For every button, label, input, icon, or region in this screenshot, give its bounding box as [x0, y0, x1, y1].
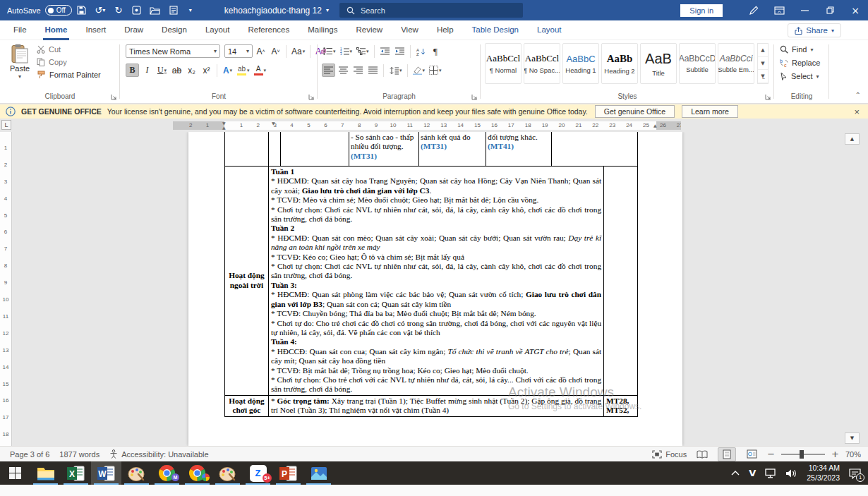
read-mode-button[interactable] — [693, 447, 711, 461]
zoom-out-icon[interactable]: − — [767, 449, 775, 459]
volume-icon[interactable] — [785, 468, 797, 478]
row-content-cell[interactable]: Tuần 1* HĐCMĐ: Quan sát cây hoa Trạng Ng… — [269, 167, 604, 395]
shading-button[interactable]: ▾ — [411, 63, 427, 77]
multilevel-list-button[interactable]: ▾ — [355, 44, 370, 58]
borders-button[interactable]: ▾ — [428, 63, 443, 77]
paste-button[interactable]: Paste ▾ — [4, 44, 35, 89]
cut-button[interactable]: Cut — [37, 45, 101, 54]
tab-file[interactable]: File — [4, 20, 36, 40]
document-title[interactable]: kehoachgiaoduc-thang 12▾ — [224, 6, 329, 16]
tab-stop-selector[interactable]: L — [1, 120, 11, 130]
styles-dialog-launcher[interactable] — [765, 94, 771, 100]
font-family-combo[interactable]: Times New Roma▾ — [126, 44, 220, 58]
touch-mode-icon[interactable] — [128, 3, 145, 18]
superscript-button[interactable]: x² — [200, 63, 213, 77]
undo-icon[interactable]: ↺▾ — [92, 3, 109, 18]
tab-insert[interactable]: Insert — [76, 20, 115, 40]
pen-icon[interactable] — [741, 0, 766, 20]
align-left-button[interactable] — [322, 63, 335, 77]
search-box[interactable]: Search — [339, 3, 523, 18]
taskbar-icon-chrome-gmail[interactable]: M — [152, 461, 182, 485]
message-bar-close-icon[interactable]: × — [854, 107, 860, 117]
taskbar-icon-paint-2[interactable] — [212, 461, 243, 485]
table-cell[interactable] — [269, 132, 281, 166]
tab-layout[interactable]: Layout — [528, 20, 571, 40]
indent-marker-right[interactable]: ▲ — [653, 123, 657, 128]
subscript-button[interactable]: x₂ — [185, 63, 198, 77]
tab-design[interactable]: Design — [152, 20, 196, 40]
copy-button[interactable]: Copy — [37, 58, 101, 66]
italic-button[interactable]: I — [140, 63, 154, 77]
style-subtitle[interactable]: AaBbCcDSubtitle — [679, 43, 716, 84]
find-button[interactable]: Find▾ — [780, 45, 820, 54]
table-cell[interactable] — [552, 132, 638, 166]
web-layout-button[interactable] — [742, 447, 761, 461]
scroll-down-icon[interactable]: ▼ — [845, 433, 860, 444]
start-button[interactable] — [0, 461, 30, 485]
highlight-color-button[interactable]: ab▾ — [236, 63, 251, 77]
row-label-cell[interactable]: Hoạt động ngoài trời — [225, 167, 269, 395]
network-icon[interactable] — [765, 468, 776, 478]
change-case-button[interactable]: Aa▾ — [290, 44, 306, 58]
print-layout-button[interactable] — [718, 447, 736, 461]
table-cell[interactable] — [225, 132, 269, 166]
page-indicator[interactable]: Page 3 of 6 — [10, 450, 49, 459]
get-genuine-office-button[interactable]: Get genuine Office — [595, 105, 675, 118]
close-button[interactable]: × — [843, 0, 868, 20]
tab-layout[interactable]: Layout — [196, 20, 239, 40]
ribbon-display-options-icon[interactable] — [766, 0, 792, 20]
style-normal[interactable]: AaBbCcl¶ Normal — [485, 43, 522, 84]
font-color-button[interactable]: A▾ — [253, 63, 268, 77]
accessibility-status[interactable]: Accessibility: Unavailable — [109, 449, 209, 459]
print-preview-icon[interactable] — [165, 3, 182, 18]
taskbar-icon-chrome-photos[interactable] — [182, 461, 212, 485]
taskbar-clock[interactable]: 10:34 AM25/3/2023 — [807, 464, 840, 482]
gallery-up-icon[interactable]: ▲ — [758, 44, 768, 57]
grow-font-button[interactable]: A˄ — [254, 44, 267, 58]
taskbar-icon-paint[interactable] — [121, 461, 152, 485]
select-button[interactable]: Select▾ — [780, 72, 820, 80]
gallery-more-icon[interactable]: ▼̲ — [758, 70, 768, 83]
taskbar-icon-zalo[interactable]: Z5+ — [243, 461, 273, 485]
tab-mailings[interactable]: Mailings — [299, 20, 346, 40]
share-button[interactable]: Share ▾ — [788, 23, 841, 37]
style-no-spac[interactable]: AaBbCcl¶ No Spac... — [524, 43, 560, 84]
clipboard-dialog-launcher[interactable] — [111, 94, 117, 100]
redo-icon[interactable]: ↻ — [110, 3, 127, 18]
focus-button[interactable]: Focus — [652, 450, 687, 459]
style-title[interactable]: AaBTitle — [640, 43, 677, 84]
strikethrough-button[interactable]: ab — [170, 63, 183, 77]
font-size-combo[interactable]: 14▾ — [224, 44, 253, 58]
line-spacing-button[interactable]: ▾ — [387, 63, 404, 77]
table-cell[interactable] — [281, 132, 349, 166]
bold-button[interactable]: B — [126, 63, 139, 77]
restore-button[interactable] — [817, 0, 843, 20]
align-center-button[interactable] — [337, 63, 350, 77]
row-refs-cell[interactable] — [604, 167, 638, 395]
underline-button[interactable]: U▾ — [155, 63, 169, 77]
tray-v-app-icon[interactable]: V — [749, 468, 756, 478]
tab-draw[interactable]: Draw — [115, 20, 152, 40]
tab-view[interactable]: View — [392, 20, 428, 40]
decrease-indent-button[interactable] — [378, 44, 392, 58]
action-center-icon[interactable]: 1 — [849, 468, 861, 479]
font-dialog-launcher[interactable] — [308, 94, 315, 100]
table-cell[interactable]: - So sánh cao - thấpnhiều đối tượng.(MT3… — [349, 132, 419, 166]
horizontal-ruler[interactable]: ▼▲ ▼ ▲ 211234567891011121314151617181920… — [173, 121, 681, 130]
learn-more-button[interactable]: Learn more — [682, 105, 738, 118]
scroll-up-icon[interactable]: ▲ — [845, 133, 860, 145]
taskbar-icon-file-explorer[interactable] — [30, 461, 61, 485]
format-painter-button[interactable]: Format Painter — [37, 71, 101, 79]
open-folder-icon[interactable] — [147, 3, 164, 18]
style-heading-1[interactable]: AaBbCHeading 1 — [562, 43, 599, 84]
paragraph-dialog-launcher[interactable] — [471, 94, 478, 100]
zoom-in-icon[interactable]: + — [831, 449, 839, 459]
collapse-ribbon-icon[interactable]: ⌃ — [855, 91, 861, 99]
undo-dropdown-icon[interactable]: ▾ — [102, 7, 105, 13]
zoom-slider-thumb[interactable] — [800, 450, 804, 459]
style-heading-2[interactable]: AaBbHeading 2 — [601, 43, 638, 84]
show-marks-button[interactable]: ¶ — [429, 44, 442, 58]
table-cell[interactable]: đối tượng khác.(MT41) — [486, 132, 552, 166]
qat-customize-icon[interactable]: ▾ — [182, 3, 199, 18]
taskbar-icon-photos[interactable] — [303, 461, 334, 485]
